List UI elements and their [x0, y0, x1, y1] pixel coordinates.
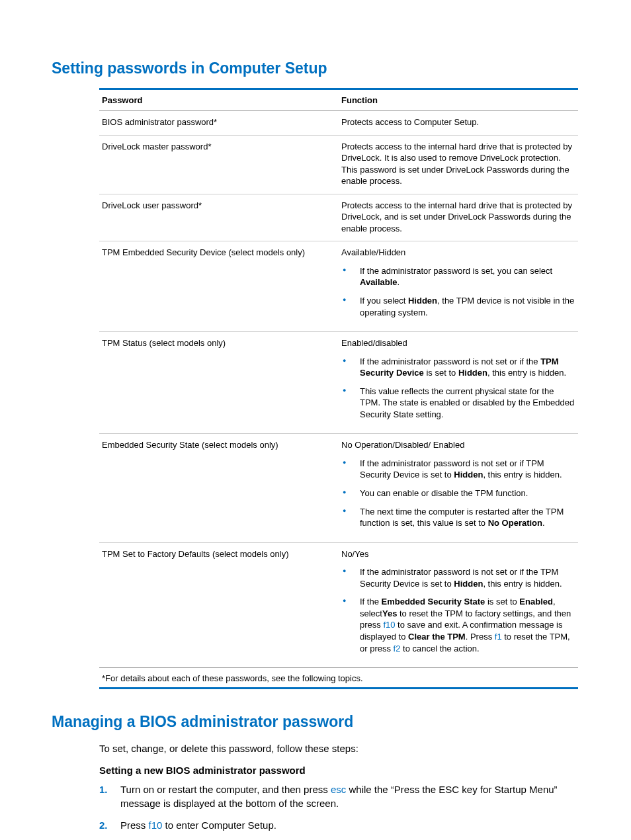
list-item: If the administrator password is not set… — [341, 356, 575, 379]
table-row: BIOS administrator password* Protects ac… — [99, 111, 578, 136]
table-row: Embedded Security State (select models o… — [99, 434, 578, 542]
list-item: This value reflects the current physical… — [341, 386, 575, 421]
list-item: If you select Hidden, the TPM device is … — [341, 295, 575, 318]
table-row: TPM Status (select models only) Enabled/… — [99, 332, 578, 434]
header-password: Password — [99, 90, 339, 111]
list-item: If the administrator password is not set… — [341, 458, 575, 481]
cell-top: Available/Hidden — [341, 247, 405, 257]
cell-function: Available/Hidden If the administrator pa… — [339, 241, 578, 332]
section-heading-managing-bios: Managing a BIOS administrator password — [52, 713, 578, 731]
list-item: If the administrator password is set, yo… — [341, 265, 575, 288]
cell-top: No Operation/Disabled/ Enabled — [341, 440, 464, 450]
cell-password: DriveLock user password* — [99, 194, 339, 241]
step-item: Press f10 to enter Computer Setup. — [99, 818, 578, 832]
table-row: DriveLock user password* Protects access… — [99, 194, 578, 241]
subheading: Setting a new BIOS administrator passwor… — [99, 765, 578, 776]
section-heading-setting-passwords: Setting passwords in Computer Setup — [52, 60, 578, 77]
table-footnote: *For details about each of these passwor… — [99, 667, 578, 687]
step-item: Turn on or restart the computer, and the… — [99, 782, 578, 810]
cell-password: BIOS administrator password* — [99, 111, 339, 136]
cell-function: Protects access to the internal hard dri… — [339, 135, 578, 194]
table-row: TPM Embedded Security Device (select mod… — [99, 241, 578, 332]
list-item: If the administrator password is not set… — [341, 566, 575, 589]
header-function: Function — [339, 90, 578, 111]
cell-password: TPM Embedded Security Device (select mod… — [99, 241, 339, 332]
cell-function: Enabled/disabled If the administrator pa… — [339, 332, 578, 434]
table-header-row: Password Function — [99, 90, 578, 111]
list-item: The next time the computer is restarted … — [341, 506, 575, 529]
cell-function: No/Yes If the administrator password is … — [339, 542, 578, 667]
cell-password: DriveLock master password* — [99, 135, 339, 194]
cell-top: No/Yes — [341, 549, 368, 559]
cell-top: Enabled/disabled — [341, 338, 407, 348]
cell-function: Protects access to the internal hard dri… — [339, 194, 578, 241]
cell-password: TPM Set to Factory Defaults (select mode… — [99, 542, 339, 667]
table-row: DriveLock master password* Protects acce… — [99, 135, 578, 194]
cell-password: Embedded Security State (select models o… — [99, 434, 339, 542]
cell-function: No Operation/Disabled/ Enabled If the ad… — [339, 434, 578, 542]
intro-text: To set, change, or delete this password,… — [99, 741, 578, 755]
passwords-table: Password Function BIOS administrator pas… — [99, 88, 578, 689]
list-item: If the Embedded Security State is set to… — [341, 596, 575, 654]
table-row: TPM Set to Factory Defaults (select mode… — [99, 542, 578, 667]
cell-password: TPM Status (select models only) — [99, 332, 339, 434]
list-item: You can enable or disable the TPM functi… — [341, 487, 575, 499]
cell-function: Protects access to Computer Setup. — [339, 111, 578, 136]
